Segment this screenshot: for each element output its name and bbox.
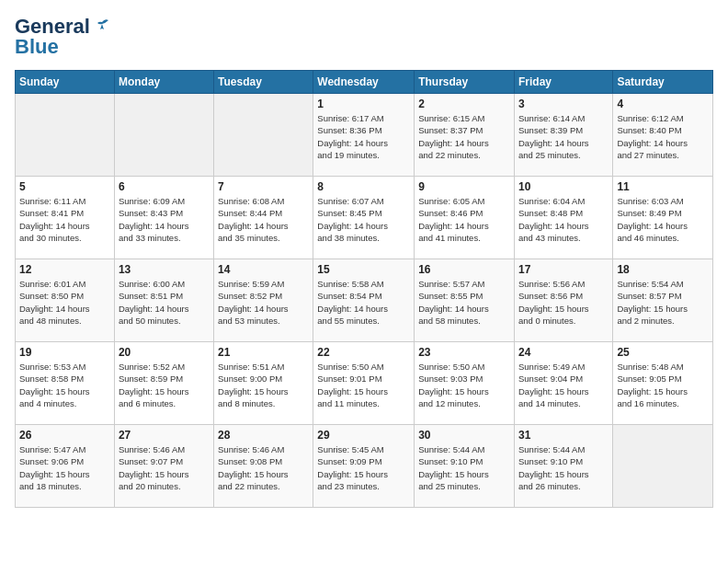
calendar-cell: 30Sunrise: 5:44 AM Sunset: 9:10 PM Dayli…	[415, 425, 515, 508]
day-number: 8	[317, 180, 410, 193]
day-info: Sunrise: 6:00 AM Sunset: 8:51 PM Dayligh…	[119, 278, 210, 327]
day-number: 22	[317, 346, 410, 359]
day-info: Sunrise: 6:14 AM Sunset: 8:39 PM Dayligh…	[518, 112, 609, 161]
calendar-cell: 19Sunrise: 5:53 AM Sunset: 8:58 PM Dayli…	[16, 342, 115, 425]
day-number: 20	[119, 346, 210, 359]
logo: General Blue	[15, 15, 112, 59]
day-info: Sunrise: 5:59 AM Sunset: 8:52 PM Dayligh…	[218, 278, 309, 327]
day-info: Sunrise: 5:53 AM Sunset: 8:58 PM Dayligh…	[19, 361, 110, 409]
calendar-cell: 27Sunrise: 5:46 AM Sunset: 9:07 PM Dayli…	[114, 425, 213, 508]
logo-bird-icon	[92, 17, 112, 37]
calendar-cell: 4Sunrise: 6:12 AM Sunset: 8:40 PM Daylig…	[613, 94, 713, 177]
day-info: Sunrise: 5:58 AM Sunset: 8:54 PM Dayligh…	[317, 278, 410, 327]
calendar-cell: 31Sunrise: 5:44 AM Sunset: 9:10 PM Dayli…	[514, 425, 612, 508]
calendar-cell: 12Sunrise: 6:01 AM Sunset: 8:50 PM Dayli…	[16, 259, 115, 342]
day-number: 29	[317, 429, 410, 442]
day-info: Sunrise: 6:17 AM Sunset: 8:36 PM Dayligh…	[317, 112, 410, 161]
day-info: Sunrise: 5:51 AM Sunset: 9:00 PM Dayligh…	[218, 361, 309, 409]
day-info: Sunrise: 5:46 AM Sunset: 9:07 PM Dayligh…	[119, 443, 210, 492]
day-number: 16	[418, 263, 510, 276]
calendar-cell: 9Sunrise: 6:05 AM Sunset: 8:46 PM Daylig…	[415, 177, 515, 259]
calendar-cell: 5Sunrise: 6:11 AM Sunset: 8:41 PM Daylig…	[16, 177, 115, 259]
day-number: 5	[19, 180, 110, 193]
day-number: 6	[119, 180, 210, 193]
calendar-week-5: 26Sunrise: 5:47 AM Sunset: 9:06 PM Dayli…	[16, 425, 713, 508]
day-info: Sunrise: 6:11 AM Sunset: 8:41 PM Dayligh…	[19, 195, 110, 244]
calendar-cell: 23Sunrise: 5:50 AM Sunset: 9:03 PM Dayli…	[415, 342, 515, 425]
day-info: Sunrise: 5:46 AM Sunset: 9:08 PM Dayligh…	[218, 443, 309, 492]
calendar-cell: 13Sunrise: 6:00 AM Sunset: 8:51 PM Dayli…	[114, 259, 213, 342]
calendar-cell: 22Sunrise: 5:50 AM Sunset: 9:01 PM Dayli…	[313, 342, 415, 425]
calendar-header-tuesday: Tuesday	[214, 71, 313, 94]
calendar-cell: 2Sunrise: 6:15 AM Sunset: 8:37 PM Daylig…	[415, 94, 515, 177]
day-info: Sunrise: 5:57 AM Sunset: 8:55 PM Dayligh…	[418, 278, 510, 327]
calendar-cell	[16, 94, 115, 177]
day-number: 11	[617, 180, 709, 193]
day-info: Sunrise: 5:44 AM Sunset: 9:10 PM Dayligh…	[518, 443, 609, 492]
day-info: Sunrise: 5:44 AM Sunset: 9:10 PM Dayligh…	[418, 443, 510, 492]
calendar-header-friday: Friday	[514, 71, 612, 94]
calendar-cell: 11Sunrise: 6:03 AM Sunset: 8:49 PM Dayli…	[613, 177, 713, 259]
calendar-cell: 1Sunrise: 6:17 AM Sunset: 8:36 PM Daylig…	[313, 94, 415, 177]
calendar-cell: 3Sunrise: 6:14 AM Sunset: 8:39 PM Daylig…	[514, 94, 612, 177]
calendar-cell: 7Sunrise: 6:08 AM Sunset: 8:44 PM Daylig…	[214, 177, 313, 259]
calendar-cell: 24Sunrise: 5:49 AM Sunset: 9:04 PM Dayli…	[514, 342, 612, 425]
day-info: Sunrise: 5:45 AM Sunset: 9:09 PM Dayligh…	[317, 443, 410, 492]
day-info: Sunrise: 6:01 AM Sunset: 8:50 PM Dayligh…	[19, 278, 110, 327]
calendar-cell: 14Sunrise: 5:59 AM Sunset: 8:52 PM Dayli…	[214, 259, 313, 342]
calendar-table: SundayMondayTuesdayWednesdayThursdayFrid…	[15, 70, 713, 508]
day-number: 19	[19, 346, 110, 359]
calendar-header-row: SundayMondayTuesdayWednesdayThursdayFrid…	[16, 71, 713, 94]
day-number: 10	[518, 180, 609, 193]
day-number: 15	[317, 263, 410, 276]
day-info: Sunrise: 6:15 AM Sunset: 8:37 PM Dayligh…	[418, 112, 510, 161]
day-number: 24	[518, 346, 609, 359]
calendar-cell: 15Sunrise: 5:58 AM Sunset: 8:54 PM Dayli…	[313, 259, 415, 342]
calendar-cell: 8Sunrise: 6:07 AM Sunset: 8:45 PM Daylig…	[313, 177, 415, 259]
day-number: 2	[418, 98, 510, 110]
calendar-header-saturday: Saturday	[613, 71, 713, 94]
calendar-header-wednesday: Wednesday	[313, 71, 415, 94]
day-number: 26	[19, 429, 110, 442]
calendar-week-1: 1Sunrise: 6:17 AM Sunset: 8:36 PM Daylig…	[16, 94, 713, 177]
day-number: 14	[218, 263, 309, 276]
day-info: Sunrise: 5:47 AM Sunset: 9:06 PM Dayligh…	[19, 443, 110, 492]
day-info: Sunrise: 6:12 AM Sunset: 8:40 PM Dayligh…	[617, 112, 709, 161]
day-info: Sunrise: 5:50 AM Sunset: 9:01 PM Dayligh…	[317, 361, 410, 409]
day-number: 13	[119, 263, 210, 276]
calendar-cell	[114, 94, 213, 177]
calendar-cell: 29Sunrise: 5:45 AM Sunset: 9:09 PM Dayli…	[313, 425, 415, 508]
day-number: 31	[518, 429, 609, 442]
day-info: Sunrise: 5:50 AM Sunset: 9:03 PM Dayligh…	[418, 361, 510, 409]
day-number: 3	[518, 98, 609, 110]
day-info: Sunrise: 5:56 AM Sunset: 8:56 PM Dayligh…	[518, 278, 609, 327]
day-info: Sunrise: 6:07 AM Sunset: 8:45 PM Dayligh…	[317, 195, 410, 244]
day-number: 4	[617, 98, 709, 110]
calendar-header-sunday: Sunday	[16, 71, 115, 94]
day-number: 12	[19, 263, 110, 276]
day-number: 30	[418, 429, 510, 442]
day-info: Sunrise: 5:48 AM Sunset: 9:05 PM Dayligh…	[617, 361, 709, 409]
day-number: 18	[617, 263, 709, 276]
calendar-cell: 18Sunrise: 5:54 AM Sunset: 8:57 PM Dayli…	[613, 259, 713, 342]
calendar-cell: 17Sunrise: 5:56 AM Sunset: 8:56 PM Dayli…	[514, 259, 612, 342]
calendar-cell: 10Sunrise: 6:04 AM Sunset: 8:48 PM Dayli…	[514, 177, 612, 259]
day-info: Sunrise: 5:49 AM Sunset: 9:04 PM Dayligh…	[518, 361, 609, 409]
day-info: Sunrise: 5:52 AM Sunset: 8:59 PM Dayligh…	[119, 361, 210, 409]
day-info: Sunrise: 6:05 AM Sunset: 8:46 PM Dayligh…	[418, 195, 510, 244]
page-header: General Blue	[15, 15, 713, 59]
calendar-cell	[214, 94, 313, 177]
day-number: 21	[218, 346, 309, 359]
calendar-header-monday: Monday	[114, 71, 213, 94]
day-info: Sunrise: 6:04 AM Sunset: 8:48 PM Dayligh…	[518, 195, 609, 244]
day-number: 23	[418, 346, 510, 359]
day-number: 9	[418, 180, 510, 193]
day-info: Sunrise: 6:08 AM Sunset: 8:44 PM Dayligh…	[218, 195, 309, 244]
calendar-cell: 16Sunrise: 5:57 AM Sunset: 8:55 PM Dayli…	[415, 259, 515, 342]
day-info: Sunrise: 6:09 AM Sunset: 8:43 PM Dayligh…	[119, 195, 210, 244]
logo-blue: Blue	[15, 35, 59, 59]
calendar-cell: 21Sunrise: 5:51 AM Sunset: 9:00 PM Dayli…	[214, 342, 313, 425]
day-number: 17	[518, 263, 609, 276]
day-number: 7	[218, 180, 309, 193]
day-info: Sunrise: 5:54 AM Sunset: 8:57 PM Dayligh…	[617, 278, 709, 327]
